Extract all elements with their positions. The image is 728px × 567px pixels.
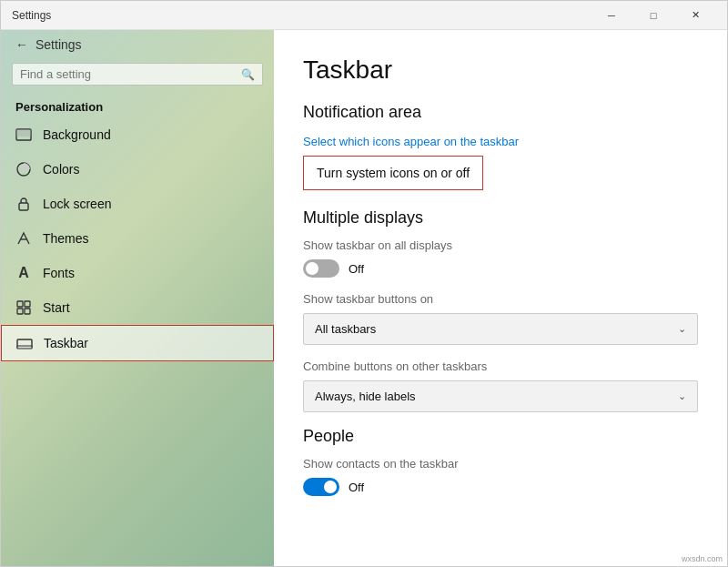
multiple-displays-title: Multiple displays (303, 208, 698, 228)
sidebar-label-taskbar: Taskbar (44, 336, 88, 350)
sidebar-section-title: Personalization (1, 93, 274, 117)
colors-icon (15, 161, 32, 177)
content-area: ← Settings 🔍 Personalization Background (1, 30, 727, 566)
sidebar-item-themes[interactable]: Themes (1, 221, 274, 256)
themes-icon (15, 230, 32, 247)
show-contacts-toggle-row: Off (303, 478, 698, 496)
sidebar-item-colors[interactable]: Colors (1, 152, 274, 187)
combine-buttons-label: Combine buttons on other taskbars (303, 359, 698, 373)
system-icons-button[interactable]: Turn system icons on or off (303, 156, 483, 190)
settings-window: Settings ─ □ ✕ ← Settings 🔍 Personalizat… (0, 0, 728, 567)
svg-rect-6 (25, 301, 30, 307)
background-icon (15, 127, 32, 143)
show-buttons-label: Show taskbar buttons on (303, 292, 698, 306)
back-arrow-icon: ← (15, 37, 28, 52)
svg-rect-1 (16, 129, 31, 137)
fonts-icon: A (15, 265, 32, 281)
people-title: People (303, 427, 698, 446)
show-taskbar-toggle[interactable] (303, 259, 339, 278)
taskbar-icon (16, 335, 33, 351)
sidebar-item-taskbar[interactable]: Taskbar (1, 325, 274, 361)
show-contacts-toggle[interactable] (303, 478, 339, 496)
svg-rect-7 (17, 309, 23, 314)
show-taskbar-toggle-label: Off (349, 262, 364, 276)
sidebar-item-fonts[interactable]: A Fonts (1, 256, 274, 290)
sidebar-label-fonts: Fonts (43, 266, 75, 280)
sidebar-item-background[interactable]: Background (1, 117, 274, 152)
combine-buttons-dropdown-value: Always, hide labels (315, 390, 416, 403)
search-icon: 🔍 (241, 68, 255, 81)
main-panel: Taskbar Notification area Select which i… (274, 30, 727, 566)
window-controls: ─ □ ✕ (591, 1, 716, 30)
show-buttons-dropdown-value: All taskbars (315, 322, 376, 336)
combine-buttons-dropdown[interactable]: Always, hide labels ⌄ (303, 380, 698, 412)
taskbar-icons-link[interactable]: Select which icons appear on the taskbar (303, 135, 519, 148)
watermark: wxsdn.com (682, 554, 723, 563)
show-taskbar-label: Show taskbar on all displays (303, 238, 698, 252)
start-icon (15, 299, 32, 316)
sidebar-item-start[interactable]: Start (1, 290, 274, 325)
sidebar-label-colors: Colors (43, 162, 79, 177)
search-box[interactable]: 🔍 (12, 63, 263, 86)
combine-buttons-chevron-icon: ⌄ (678, 390, 686, 402)
show-taskbar-toggle-knob (306, 262, 318, 275)
show-contacts-label: Show contacts on the taskbar (303, 457, 698, 471)
sidebar-label-lock-screen: Lock screen (43, 197, 111, 211)
sidebar-label-themes: Themes (43, 231, 89, 246)
show-taskbar-toggle-row: Off (303, 259, 698, 278)
notification-area-title: Notification area (303, 103, 698, 122)
svg-rect-8 (25, 309, 30, 314)
maximize-button[interactable]: □ (632, 1, 674, 30)
svg-rect-10 (17, 346, 32, 349)
sidebar: ← Settings 🔍 Personalization Background (1, 30, 274, 566)
sidebar-back-label: Settings (35, 37, 82, 52)
svg-rect-5 (17, 301, 23, 307)
show-contacts-toggle-knob (324, 481, 337, 493)
titlebar: Settings ─ □ ✕ (1, 1, 727, 30)
lock-screen-icon (15, 196, 32, 212)
minimize-button[interactable]: ─ (591, 1, 632, 30)
window-title: Settings (12, 9, 591, 22)
sidebar-label-start: Start (43, 300, 70, 315)
sidebar-item-lock-screen[interactable]: Lock screen (1, 187, 274, 221)
sidebar-back-button[interactable]: ← Settings (1, 30, 274, 59)
page-title: Taskbar (303, 56, 698, 85)
show-buttons-dropdown[interactable]: All taskbars ⌄ (303, 313, 698, 345)
show-contacts-toggle-label: Off (349, 481, 364, 494)
close-button[interactable]: ✕ (674, 1, 716, 30)
svg-rect-3 (19, 203, 28, 210)
search-input[interactable] (20, 67, 236, 81)
show-buttons-chevron-icon: ⌄ (678, 323, 686, 335)
sidebar-label-background: Background (43, 127, 111, 142)
